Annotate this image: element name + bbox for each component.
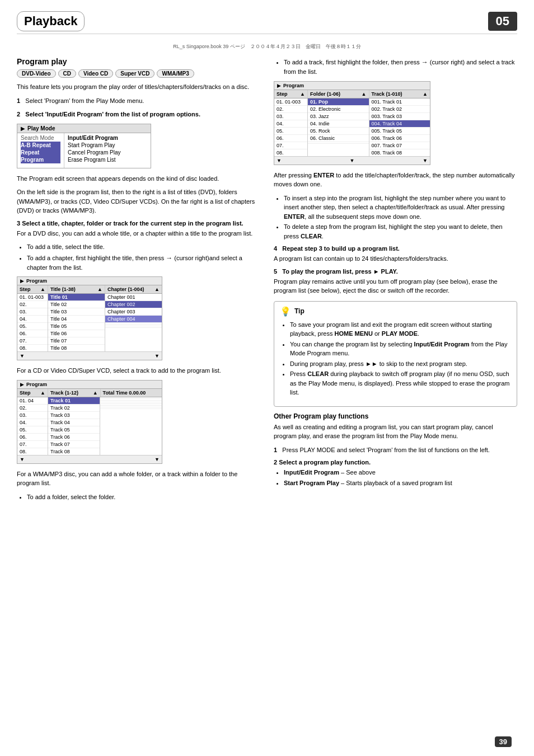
dvd-title-6: Title 07 [48, 337, 105, 345]
badge-video-cd: Video CD [78, 69, 113, 78]
play-mode-value-7 [68, 166, 147, 167]
chapter-number: 05 [488, 12, 517, 31]
wma-track-0: 001. Track 01 [369, 98, 430, 106]
after-enter-text: After pressing ENTER to add the title/ch… [274, 171, 517, 189]
dvd-prog-title: Program [26, 278, 47, 284]
dvd-chap-0: Chapter 001 [105, 294, 162, 301]
cd-col-time: Total Time 0.00.00 [101, 389, 162, 397]
wma-track-5: 006. Track 06 [369, 135, 430, 142]
dvd-steps: 01. 01-003 02. 03. 04. 05. 06. 07. 08. [17, 294, 48, 351]
cd-col-step: Step ▲ [17, 389, 48, 397]
play-mode-value-2: Start Program Play [68, 142, 147, 149]
dvd-step-5: 06. [17, 330, 48, 337]
step4-text: A program list can contain up to 24 titl… [274, 254, 517, 264]
cd-step-4: 05. [17, 426, 48, 434]
wma-scroll-down3: ▼ [423, 158, 428, 163]
cd-table-footer: ▼ ▼ [17, 455, 162, 463]
dvd-titles: Title 01 Title 02 Title 03 Title 04 Titl… [48, 294, 105, 351]
other-bullets: Input/Edit Program – See above Start Pro… [284, 468, 517, 487]
wma-steps: 01. 01-003 02. 03. 04. 05. 06. 07. 08. [274, 98, 308, 156]
badge-super-vcd: Super VCD [115, 69, 154, 78]
dvd-chap-7 [105, 328, 162, 329]
cd-time-7 [100, 409, 162, 410]
play-mode-labels: Search Mode A-B Repeat Repeat Program [17, 133, 64, 168]
cd-track-1: Track 02 [48, 405, 100, 412]
tip-icon: 💡 [280, 306, 291, 317]
other-bullet-1: Input/Edit Program – See above [284, 468, 517, 477]
step3-heading: 3 Select a title, chapter, folder or tra… [17, 220, 260, 227]
program-edit-desc: On the left side is the program list, th… [17, 187, 260, 215]
play-mode-value-3: Cancel Program Play [68, 149, 147, 156]
step4-heading: 4 Repeat step 3 to build up a program li… [274, 245, 517, 252]
wma-step-7: 08. [274, 149, 307, 156]
insert-delete-bullets: To insert a step into the program list, … [284, 194, 517, 241]
cd-scroll-down2: ▼ [154, 457, 160, 462]
wma-track-2: 003. Track 03 [369, 113, 430, 120]
cd-step-6: 07. [17, 441, 48, 448]
tip-bullets: To save your program list and exit the p… [290, 320, 511, 397]
play-mode-label-2: A-B Repeat [21, 142, 60, 149]
step1: 1 Select 'Program' from the Play Mode me… [17, 96, 260, 106]
dvd-scroll-down: ▼ [20, 353, 25, 359]
wma-col-track: Track (1-010) ▲ [369, 90, 430, 98]
wma-track-7: 008. Track 08 [369, 149, 430, 156]
wma-track-1: 002. Track 02 [369, 106, 430, 113]
step3-dvd-bullets: To add a title, select the title. To add… [27, 242, 260, 272]
wma-step-0: 01. 01-003 [274, 98, 307, 106]
play-mode-icon: ▶ [21, 125, 25, 132]
dvd-title-3: Title 04 [48, 316, 105, 323]
play-mode-table: ▶ Play Mode Search Mode A-B Repeat Repea… [17, 124, 151, 168]
dvd-table-header: ▶ Program [17, 277, 162, 285]
dvd-chap-3: Chapter 004 [105, 316, 162, 323]
cd-table-body: 01. 04 02. 03. 04. 05. 06. 07. 08. Track… [17, 397, 162, 455]
other-functions-text: As well as creating and editing a progra… [274, 422, 517, 441]
tip-label: Tip [294, 307, 305, 315]
wma-bullet-1: To add a folder, select the folder. [27, 492, 260, 502]
badge-wma-mp3: WMA/MP3 [157, 69, 194, 78]
intro-text: This feature lets you program the play o… [17, 82, 260, 92]
other-step1: 1 Press PLAY MODE and select 'Program' f… [274, 445, 517, 455]
wma-folder-0: 01. Pop [308, 98, 369, 106]
dvd-step-4: 05. [17, 323, 48, 330]
dvd-table-cols: Step ▲ Title (1-38) ▲ Chapter (1-004) ▲ [17, 285, 162, 294]
other-functions-title: Other Program play functions [274, 412, 517, 420]
cd-step-2: 03. [17, 412, 48, 419]
wma-table-cols: Step ▲ Folder (1-06) ▲ Track (1-010) ▲ [274, 90, 430, 98]
page: Playback 05 RL_s Singapore.book 39 ページ ２… [0, 0, 534, 756]
dvd-chap-1: Chapter 002 [105, 301, 162, 308]
wma-tracks: 001. Track 01 002. Track 02 003. Track 0… [369, 98, 430, 156]
wma-scroll-down2: ▼ [350, 158, 355, 163]
dvd-step-7: 08. [17, 345, 48, 351]
step3-dvd-text: For a DVD disc, you can add a whole titl… [17, 229, 260, 238]
cd-steps: 01. 04 02. 03. 04. 05. 06. 07. 08. [17, 397, 48, 455]
badge-cd: CD [58, 69, 76, 78]
wma-folder-1: 02. Electronic [308, 106, 369, 113]
cd-step-0: 01. 04 [17, 397, 48, 405]
step5-heading: 5 To play the program list, press ► PLAY… [274, 268, 517, 275]
tip-bullet-4: Press CLEAR during playback to switch of… [290, 369, 511, 397]
bullet-dvd-2: To add a chapter, first highlight the ti… [27, 253, 260, 273]
dvd-step-1: 02. [17, 301, 48, 308]
badge-row: DVD-Video CD Video CD Super VCD WMA/MP3 [17, 69, 260, 78]
dvd-title-1: Title 02 [48, 301, 105, 308]
dvd-title-0: Title 01 [48, 294, 105, 301]
other-step2-heading: 2 Select a program play function. [274, 459, 517, 466]
right-column: To add a track, first highlight the fold… [274, 57, 517, 506]
dvd-title-5: Title 06 [48, 330, 105, 337]
play-mode-value-1: Input/Edit Program [68, 134, 147, 142]
section-title: Program play [17, 57, 260, 66]
wma-folder-2: 03. Jazz [308, 113, 369, 120]
dvd-title-7: Title 08 [48, 345, 105, 351]
dvd-chapters: Chapter 001 Chapter 002 Chapter 003 Chap… [105, 294, 162, 351]
play-mode-label-4: Program [21, 156, 60, 163]
left-column: Program play DVD-Video CD Video CD Super… [17, 57, 260, 506]
wma-folder-5: 06. Classic [308, 135, 369, 142]
delete-bullet: To delete a step from the program list, … [284, 222, 517, 241]
badge-dvd-video: DVD-Video [17, 69, 56, 78]
cd-step-7: 08. [17, 448, 48, 455]
wma-prog-title: Program [283, 83, 304, 88]
insert-bullet: To insert a step into the program list, … [284, 194, 517, 222]
cd-track-3: Track 04 [48, 419, 100, 426]
page-title: Playback [17, 11, 85, 31]
dvd-scroll-down2: ▼ [154, 353, 160, 359]
